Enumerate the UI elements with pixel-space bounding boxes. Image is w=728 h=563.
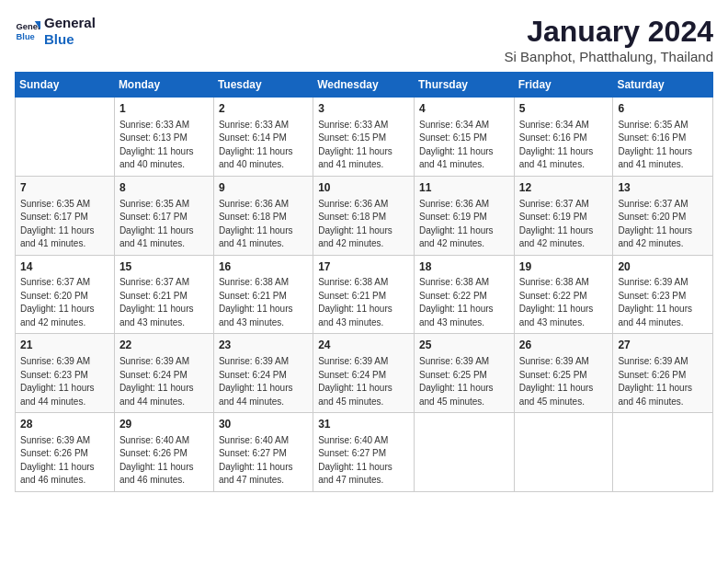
calendar-cell: 7Sunrise: 6:35 AMSunset: 6:17 PMDaylight…: [16, 176, 115, 255]
day-info: Sunrise: 6:38 AMSunset: 6:22 PMDaylight:…: [519, 276, 609, 329]
day-number: 3: [318, 101, 409, 117]
day-info: Sunrise: 6:39 AMSunset: 6:26 PMDaylight:…: [20, 434, 109, 488]
day-info: Sunrise: 6:39 AMSunset: 6:24 PMDaylight:…: [119, 355, 209, 408]
day-number: 6: [618, 101, 708, 117]
day-number: 10: [318, 180, 409, 196]
calendar-cell: [514, 413, 613, 492]
calendar-cell: 19Sunrise: 6:38 AMSunset: 6:22 PMDayligh…: [514, 255, 613, 334]
day-info: Sunrise: 6:37 AMSunset: 6:20 PMDaylight:…: [618, 198, 708, 251]
logo: General Blue General Blue: [15, 15, 96, 48]
page-header: General Blue General Blue January 2024 S…: [15, 15, 713, 64]
day-number: 7: [20, 180, 109, 196]
calendar-cell: 4Sunrise: 6:34 AMSunset: 6:15 PMDaylight…: [414, 98, 514, 177]
calendar-cell: 8Sunrise: 6:35 AMSunset: 6:17 PMDaylight…: [114, 176, 213, 255]
day-number: 19: [519, 259, 609, 275]
header-sunday: Sunday: [16, 73, 115, 98]
title-block: January 2024 Si Banphot, Phatthalung, Th…: [505, 15, 713, 64]
day-info: Sunrise: 6:34 AMSunset: 6:15 PMDaylight:…: [419, 119, 509, 172]
day-number: 2: [219, 101, 308, 117]
logo-icon: General Blue: [15, 18, 40, 44]
day-number: 11: [419, 180, 509, 196]
calendar-cell: 18Sunrise: 6:38 AMSunset: 6:22 PMDayligh…: [414, 255, 514, 334]
week-row-5: 28Sunrise: 6:39 AMSunset: 6:26 PMDayligh…: [16, 413, 713, 492]
week-row-4: 21Sunrise: 6:39 AMSunset: 6:23 PMDayligh…: [16, 334, 713, 413]
calendar-table: SundayMondayTuesdayWednesdayThursdayFrid…: [15, 72, 713, 492]
day-info: Sunrise: 6:35 AMSunset: 6:17 PMDaylight:…: [20, 198, 109, 251]
day-info: Sunrise: 6:39 AMSunset: 6:24 PMDaylight:…: [219, 355, 308, 408]
sub-title: Si Banphot, Phatthalung, Thailand: [505, 49, 713, 64]
calendar-cell: 31Sunrise: 6:40 AMSunset: 6:27 PMDayligh…: [313, 413, 415, 492]
day-info: Sunrise: 6:40 AMSunset: 6:27 PMDaylight:…: [219, 434, 308, 488]
day-number: 30: [219, 417, 308, 432]
day-info: Sunrise: 6:40 AMSunset: 6:26 PMDaylight:…: [119, 434, 209, 488]
main-title: January 2024: [505, 15, 713, 49]
day-info: Sunrise: 6:37 AMSunset: 6:20 PMDaylight:…: [20, 276, 109, 329]
header-monday: Monday: [114, 73, 213, 98]
calendar-cell: 26Sunrise: 6:39 AMSunset: 6:25 PMDayligh…: [514, 334, 613, 413]
calendar-cell: 27Sunrise: 6:39 AMSunset: 6:26 PMDayligh…: [613, 334, 713, 413]
day-info: Sunrise: 6:33 AMSunset: 6:15 PMDaylight:…: [318, 119, 409, 172]
day-number: 17: [318, 259, 409, 275]
day-info: Sunrise: 6:39 AMSunset: 6:25 PMDaylight:…: [419, 355, 509, 408]
day-number: 24: [318, 338, 409, 353]
day-number: 8: [119, 180, 209, 196]
day-number: 28: [20, 417, 109, 432]
logo-line1: General: [44, 15, 96, 31]
day-number: 31: [318, 417, 409, 432]
header-friday: Friday: [514, 73, 613, 98]
day-info: Sunrise: 6:39 AMSunset: 6:24 PMDaylight:…: [318, 355, 409, 408]
calendar-cell: 25Sunrise: 6:39 AMSunset: 6:25 PMDayligh…: [414, 334, 514, 413]
day-info: Sunrise: 6:33 AMSunset: 6:14 PMDaylight:…: [219, 119, 308, 172]
calendar-header-row: SundayMondayTuesdayWednesdayThursdayFrid…: [16, 73, 713, 98]
calendar-cell: 10Sunrise: 6:36 AMSunset: 6:18 PMDayligh…: [313, 176, 415, 255]
day-number: 4: [419, 101, 509, 117]
calendar-cell: 21Sunrise: 6:39 AMSunset: 6:23 PMDayligh…: [16, 334, 115, 413]
day-number: 13: [618, 180, 708, 196]
day-info: Sunrise: 6:36 AMSunset: 6:18 PMDaylight:…: [318, 198, 409, 251]
calendar-cell: 11Sunrise: 6:36 AMSunset: 6:19 PMDayligh…: [414, 176, 514, 255]
day-info: Sunrise: 6:34 AMSunset: 6:16 PMDaylight:…: [519, 119, 609, 172]
calendar-cell: 12Sunrise: 6:37 AMSunset: 6:19 PMDayligh…: [514, 176, 613, 255]
calendar-cell: [414, 413, 514, 492]
day-info: Sunrise: 6:37 AMSunset: 6:19 PMDaylight:…: [519, 198, 609, 251]
day-number: 18: [419, 259, 509, 275]
day-number: 26: [519, 338, 609, 353]
calendar-cell: 1Sunrise: 6:33 AMSunset: 6:13 PMDaylight…: [114, 98, 213, 177]
svg-text:Blue: Blue: [17, 32, 35, 41]
day-info: Sunrise: 6:35 AMSunset: 6:16 PMDaylight:…: [618, 119, 708, 172]
day-number: 15: [119, 259, 209, 275]
day-number: 5: [519, 101, 609, 117]
calendar-body: 1Sunrise: 6:33 AMSunset: 6:13 PMDaylight…: [16, 98, 713, 492]
day-info: Sunrise: 6:40 AMSunset: 6:27 PMDaylight:…: [318, 434, 409, 488]
day-number: 16: [219, 259, 308, 275]
header-thursday: Thursday: [414, 73, 514, 98]
calendar-cell: 15Sunrise: 6:37 AMSunset: 6:21 PMDayligh…: [114, 255, 213, 334]
calendar-cell: 16Sunrise: 6:38 AMSunset: 6:21 PMDayligh…: [213, 255, 313, 334]
calendar-cell: [613, 413, 713, 492]
calendar-cell: 2Sunrise: 6:33 AMSunset: 6:14 PMDaylight…: [213, 98, 313, 177]
day-number: 12: [519, 180, 609, 196]
logo-line2: Blue: [44, 31, 96, 48]
header-tuesday: Tuesday: [213, 73, 313, 98]
day-info: Sunrise: 6:39 AMSunset: 6:26 PMDaylight:…: [618, 355, 708, 408]
day-number: 21: [20, 338, 109, 353]
day-info: Sunrise: 6:38 AMSunset: 6:21 PMDaylight:…: [318, 276, 409, 329]
week-row-1: 1Sunrise: 6:33 AMSunset: 6:13 PMDaylight…: [16, 98, 713, 177]
day-number: 22: [119, 338, 209, 353]
day-info: Sunrise: 6:38 AMSunset: 6:21 PMDaylight:…: [219, 276, 308, 329]
day-number: 20: [618, 259, 708, 275]
day-info: Sunrise: 6:36 AMSunset: 6:18 PMDaylight:…: [219, 198, 308, 251]
calendar-cell: 29Sunrise: 6:40 AMSunset: 6:26 PMDayligh…: [114, 413, 213, 492]
day-info: Sunrise: 6:39 AMSunset: 6:25 PMDaylight:…: [519, 355, 609, 408]
calendar-cell: 6Sunrise: 6:35 AMSunset: 6:16 PMDaylight…: [613, 98, 713, 177]
calendar-cell: 13Sunrise: 6:37 AMSunset: 6:20 PMDayligh…: [613, 176, 713, 255]
day-info: Sunrise: 6:35 AMSunset: 6:17 PMDaylight:…: [119, 198, 209, 251]
day-number: 1: [119, 101, 209, 117]
day-number: 9: [219, 180, 308, 196]
header-wednesday: Wednesday: [313, 73, 415, 98]
day-number: 29: [119, 417, 209, 432]
day-number: 25: [419, 338, 509, 353]
week-row-3: 14Sunrise: 6:37 AMSunset: 6:20 PMDayligh…: [16, 255, 713, 334]
day-info: Sunrise: 6:33 AMSunset: 6:13 PMDaylight:…: [119, 119, 209, 172]
day-number: 27: [618, 338, 708, 353]
